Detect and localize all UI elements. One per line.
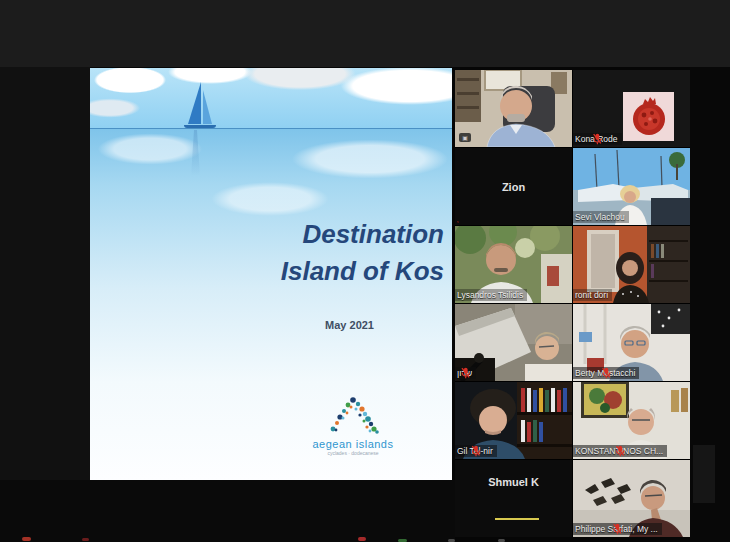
- participant-gallery: ▣ Kona Rode: [455, 70, 690, 537]
- participant-name: Lysandros Tsilidis: [457, 290, 523, 300]
- meeting-window: Destination Island of Kos May 2021: [0, 0, 730, 542]
- video-tile-gil-tel-nir[interactable]: Gil Tel-nir: [455, 382, 572, 459]
- slide-title-line2: Island of Kos: [184, 253, 444, 290]
- participant-nameplate: שרון: [455, 367, 476, 379]
- participant-nameplate: [455, 221, 461, 223]
- video-tile-speaker[interactable]: ▣: [455, 70, 572, 147]
- participant-name: ronit dori: [575, 290, 608, 300]
- muted-mic-icon: [573, 523, 662, 535]
- shared-screen-slide: Destination Island of Kos May 2021: [90, 68, 452, 480]
- slide-title-line1: Destination: [184, 216, 444, 253]
- video-tile-ronit-dori[interactable]: ronit dori: [573, 226, 690, 303]
- video-tile-philippe-sarfati[interactable]: Philippe Sarfati, My ...: [573, 460, 690, 537]
- participant-nameplate: Kona Rode: [573, 133, 622, 145]
- video-tile-sevi-vlachou[interactable]: Sevi Vlachou: [573, 148, 690, 225]
- logo-wordmark: aegean islands: [307, 439, 399, 450]
- window-top-area: [0, 0, 730, 67]
- participant-nameplate: Philippe Sarfati, My ...: [573, 523, 662, 535]
- logo-tagline: cyclades · dodecanese: [307, 450, 399, 457]
- video-tile-sharon[interactable]: שרון: [455, 304, 572, 381]
- window-left-area: [0, 67, 90, 480]
- participant-name: Zion: [455, 148, 572, 225]
- participant-nameplate: Sevi Vlachou: [573, 211, 629, 223]
- participant-name: Shmuel K: [455, 460, 572, 537]
- participant-nameplate: KONSTANTINOS CH...: [573, 445, 667, 457]
- video-tile-zion[interactable]: Zion: [455, 148, 572, 225]
- participant-nameplate: Gil Tel-nir: [455, 445, 497, 457]
- toolbar-fragment-icon: [358, 537, 366, 541]
- participant-nameplate: Lysandros Tsilidis: [455, 289, 527, 301]
- muted-mic-icon: [455, 445, 497, 457]
- muted-mic-icon: [573, 445, 667, 457]
- video-tile-shmuel-k[interactable]: Shmuel K: [455, 460, 572, 537]
- toolbar-fragment-icon: [22, 537, 31, 541]
- slide-sky-graphic: [90, 68, 452, 129]
- muted-mic-icon: [573, 367, 639, 379]
- speaker-corner-badge-icon: ▣: [459, 133, 471, 142]
- logo-dots-arch-icon: [307, 391, 399, 435]
- muted-mic-icon: [573, 133, 622, 145]
- video-tile-lysandros-tsilidis[interactable]: Lysandros Tsilidis: [455, 226, 572, 303]
- slide-title: Destination Island of Kos: [184, 216, 444, 290]
- window-bottom-area: [0, 480, 455, 542]
- participant-nameplate: Berty Mustacchi: [573, 367, 639, 379]
- video-tile-kona-rode[interactable]: Kona Rode: [573, 70, 690, 147]
- slide-date: May 2021: [325, 319, 374, 331]
- aegean-islands-logo: aegean islands cyclades · dodecanese: [307, 391, 399, 453]
- sailboat-icon: [184, 125, 216, 128]
- muted-mic-icon: [455, 367, 476, 379]
- background-window-fragment: [693, 445, 715, 503]
- participant-nameplate: ronit dori: [573, 289, 612, 301]
- sailboat-icon: [203, 90, 212, 124]
- highlight-underline: [495, 518, 539, 520]
- video-tile-konstantinos[interactable]: KONSTANTINOS CH...: [573, 382, 690, 459]
- video-tile-berty-mustacchi[interactable]: Berty Mustacchi: [573, 304, 690, 381]
- speaker-video: [455, 70, 572, 147]
- muted-mic-icon: [455, 221, 461, 223]
- toolbar-fragment-icon: [82, 538, 89, 541]
- sailboat-icon: [188, 82, 201, 124]
- participant-name: Sevi Vlachou: [575, 212, 625, 222]
